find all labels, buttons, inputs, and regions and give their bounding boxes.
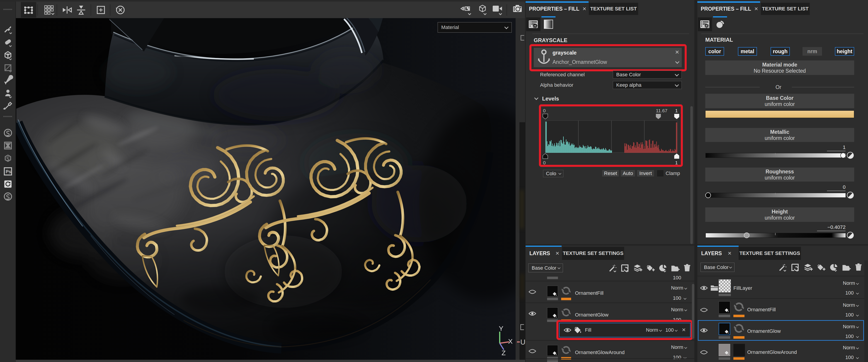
svg-text:Y: Y xyxy=(499,325,503,332)
svg-text:Ps: Ps xyxy=(6,169,11,174)
svg-text:X: X xyxy=(508,337,513,345)
svg-text:Z: Z xyxy=(501,349,506,357)
